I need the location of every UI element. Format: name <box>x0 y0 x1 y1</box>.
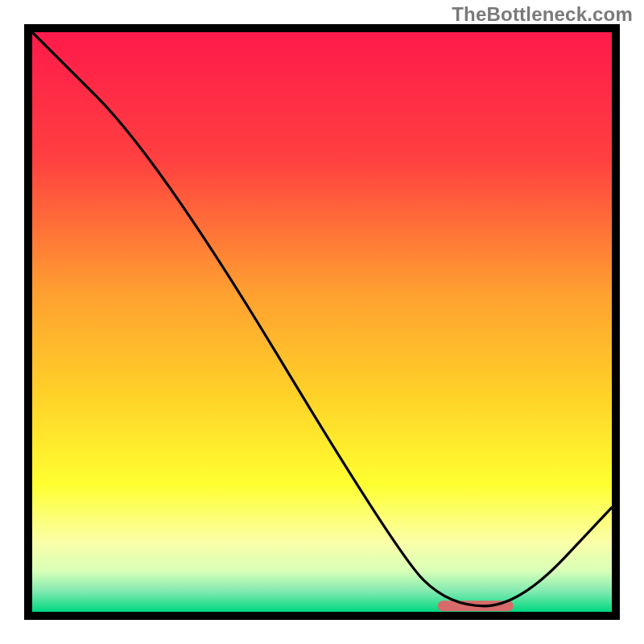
bottleneck-chart <box>24 24 620 620</box>
chart-frame <box>24 24 620 620</box>
watermark-text: TheBottleneck.com <box>452 3 633 26</box>
chart-background <box>32 32 612 612</box>
